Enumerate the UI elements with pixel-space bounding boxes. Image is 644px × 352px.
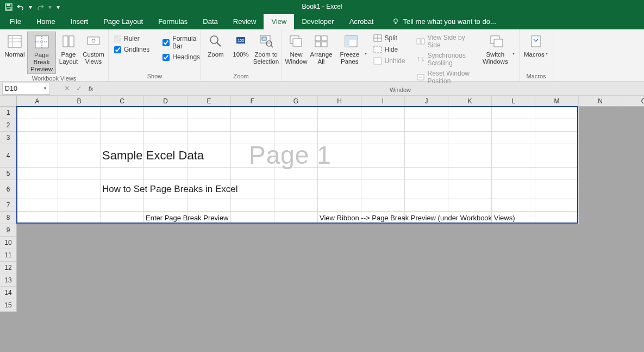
cell[interactable] <box>58 180 101 199</box>
column-header[interactable]: C <box>101 96 144 107</box>
cell[interactable] <box>231 199 274 212</box>
cell[interactable] <box>17 274 58 287</box>
cell[interactable] <box>187 107 231 119</box>
grid[interactable]: ABCDEFGHIJKLMNO1234Sample Excel Data56Ho… <box>0 96 644 312</box>
cell[interactable] <box>318 144 361 168</box>
cell[interactable]: Sample Excel Data <box>101 144 144 168</box>
cell[interactable] <box>274 287 318 299</box>
cell[interactable] <box>144 249 187 262</box>
cell[interactable] <box>579 249 622 262</box>
cell[interactable] <box>187 119 231 132</box>
cell[interactable] <box>535 274 579 287</box>
cell[interactable] <box>622 168 644 180</box>
cell[interactable] <box>58 237 101 249</box>
cell[interactable] <box>17 132 58 144</box>
cell[interactable] <box>579 299 622 312</box>
cell[interactable] <box>579 262 622 274</box>
cell[interactable] <box>622 107 644 119</box>
cell[interactable] <box>405 299 448 312</box>
cell[interactable] <box>622 224 644 237</box>
cell[interactable] <box>579 237 622 249</box>
cell[interactable] <box>101 274 144 287</box>
column-header[interactable]: G <box>274 96 318 107</box>
cell[interactable] <box>579 224 622 237</box>
tab-insert[interactable]: Insert <box>63 14 96 29</box>
zoom-button[interactable]: Zoom <box>203 32 228 65</box>
cell[interactable] <box>448 274 492 287</box>
cell[interactable] <box>318 262 361 274</box>
freeze-panes-button[interactable]: Freeze Panes▾ <box>334 32 369 65</box>
cell[interactable] <box>405 287 448 299</box>
cell[interactable] <box>101 132 144 144</box>
cell[interactable] <box>405 249 448 262</box>
cell[interactable] <box>492 180 535 199</box>
cell[interactable] <box>274 119 318 132</box>
cell[interactable] <box>448 144 492 168</box>
name-box[interactable]: D10 ▼ <box>2 83 50 95</box>
cell[interactable] <box>17 299 58 312</box>
cell[interactable] <box>361 119 405 132</box>
cell[interactable] <box>101 287 144 299</box>
cell[interactable] <box>448 262 492 274</box>
row-header[interactable]: 5 <box>0 168 17 180</box>
cell[interactable] <box>58 212 101 224</box>
cell[interactable] <box>318 119 361 132</box>
cell[interactable] <box>579 119 622 132</box>
cell[interactable] <box>448 180 492 199</box>
cell[interactable] <box>361 262 405 274</box>
tab-data[interactable]: Data <box>195 14 225 29</box>
cell[interactable] <box>17 224 58 237</box>
select-all-corner[interactable] <box>0 96 17 107</box>
cell[interactable] <box>448 299 492 312</box>
cell[interactable] <box>231 262 274 274</box>
cell[interactable] <box>101 168 144 180</box>
cell[interactable] <box>274 212 318 224</box>
cell[interactable] <box>144 262 187 274</box>
cell[interactable] <box>17 287 58 299</box>
cell[interactable] <box>231 107 274 119</box>
cell[interactable] <box>535 144 579 168</box>
cell[interactable] <box>448 224 492 237</box>
cell[interactable] <box>492 274 535 287</box>
cell[interactable] <box>492 199 535 212</box>
cell[interactable] <box>187 249 231 262</box>
cell[interactable] <box>231 237 274 249</box>
qat-customize-icon[interactable]: ▾ <box>55 3 61 11</box>
cell[interactable] <box>58 119 101 132</box>
custom-views-button[interactable]: Custom Views <box>81 32 106 65</box>
cell[interactable]: How to Set Page Breaks in Excel <box>101 180 144 199</box>
cell[interactable] <box>144 299 187 312</box>
cell[interactable] <box>535 224 579 237</box>
cell[interactable] <box>144 199 187 212</box>
cell[interactable] <box>17 168 58 180</box>
cell[interactable] <box>17 237 58 249</box>
column-header[interactable]: A <box>17 96 58 107</box>
row-header[interactable]: 15 <box>0 299 17 312</box>
cell[interactable] <box>101 237 144 249</box>
normal-button[interactable]: Normal <box>2 32 27 65</box>
cell[interactable] <box>318 237 361 249</box>
cell[interactable] <box>448 237 492 249</box>
tab-developer[interactable]: Developer <box>294 14 341 29</box>
column-header[interactable]: J <box>405 96 448 107</box>
column-header[interactable]: D <box>144 96 187 107</box>
cell[interactable] <box>579 212 622 224</box>
undo-dropdown-icon[interactable]: ▾ <box>28 3 33 11</box>
cell[interactable] <box>535 180 579 199</box>
cell[interactable] <box>187 224 231 237</box>
cell[interactable] <box>274 132 318 144</box>
cell[interactable] <box>622 132 644 144</box>
cell[interactable] <box>187 287 231 299</box>
cell[interactable] <box>318 168 361 180</box>
cell[interactable] <box>622 287 644 299</box>
ruler-checkbox[interactable]: Ruler <box>114 35 149 42</box>
cell[interactable] <box>318 199 361 212</box>
arrange-all-button[interactable]: Arrange All <box>309 32 334 65</box>
cell[interactable] <box>622 119 644 132</box>
new-window-button[interactable]: New Window <box>284 32 309 65</box>
cell[interactable] <box>579 132 622 144</box>
cell[interactable] <box>448 119 492 132</box>
cell[interactable] <box>405 119 448 132</box>
zoom-100-button[interactable]: 100 100% <box>228 32 253 65</box>
cell[interactable] <box>144 107 187 119</box>
